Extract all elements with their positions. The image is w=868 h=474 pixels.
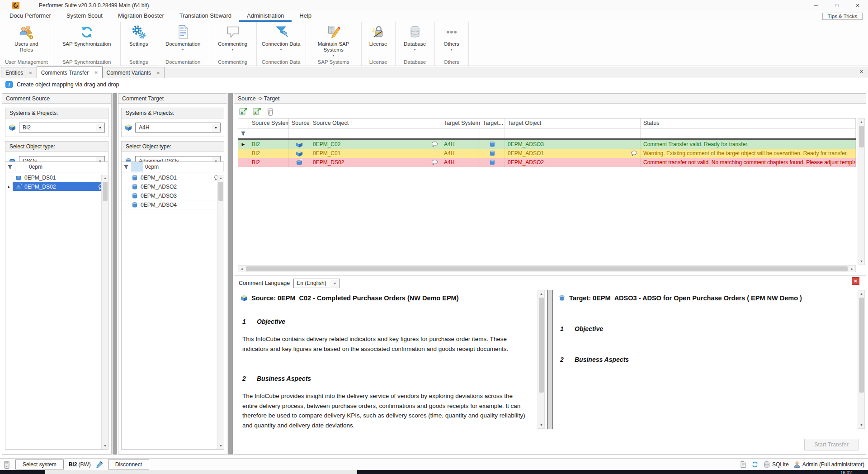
filter-cell[interactable] (441, 128, 480, 138)
splitter[interactable] (547, 290, 553, 429)
expander-icon (122, 191, 129, 200)
tab-close-icon[interactable]: ✕ (156, 71, 160, 76)
ribbon-button-license[interactable]: License (367, 24, 390, 47)
tree-item-0epm-ds01[interactable]: 0EPM_DS01 (5, 173, 108, 182)
ribbon-button-users-and-roles[interactable]: Users and Roles (12, 24, 41, 53)
scrollbar-thumb[interactable] (859, 298, 864, 393)
mapping-row-0epm-ds02[interactable]: BI20EPM_DS02A4H0EPM_ADSO2Comment transfe… (238, 158, 856, 167)
tabbar-close-icon[interactable]: ✕ (859, 69, 863, 75)
target-comment-document[interactable]: Target: 0EPM_ADSO3 - ADSO for Open Purch… (556, 290, 860, 429)
filter-input[interactable]: 0epm (143, 162, 224, 172)
menu-translation-steward[interactable]: Translation Steward (172, 11, 239, 22)
tab-close-icon[interactable]: ✕ (28, 71, 32, 76)
export-excel-icon[interactable]: X (252, 107, 261, 116)
tab-entities[interactable]: Entities✕ (1, 67, 37, 78)
connection-icon (274, 24, 289, 40)
scroll-down-icon[interactable]: ▼ (538, 422, 545, 428)
doc-section-business-aspects: 2Business Aspects (560, 356, 851, 363)
tree-item-0epm-adso2[interactable]: 0EPM_ADSO2 (122, 182, 224, 191)
scroll-down-icon[interactable]: ▼ (217, 442, 224, 449)
ribbon-button-connection-data[interactable]: Connection Data▾ (262, 24, 301, 51)
disconnect-button[interactable]: Disconnect (108, 460, 149, 469)
ribbon-button-others[interactable]: Others▾ (440, 24, 463, 51)
start-transfer-button[interactable]: Start Transfer (804, 439, 859, 450)
mapping-row-0epm-c01[interactable]: BI20EPM_C01A4H0EPM_ADSO1Warning. Existin… (238, 149, 856, 158)
column-header-source-object[interactable]: Source Object (310, 118, 441, 128)
scrollbar-thumb[interactable] (859, 126, 864, 147)
ribbon-button-database[interactable]: Database▾ (401, 24, 429, 51)
column-header-target-system[interactable]: Target System (441, 118, 480, 128)
edit-connection-icon[interactable] (96, 461, 103, 468)
scrollbar-thumb[interactable] (539, 298, 544, 393)
target-system-combo[interactable]: A4H ▼ (135, 123, 221, 133)
close-button[interactable]: ✕ (847, 0, 868, 11)
source-comment-document[interactable]: Source: 0EPM_C02 - Completed Purchase Or… (238, 290, 538, 429)
ribbon-button-settings[interactable]: Settings (126, 24, 152, 47)
scroll-up-icon[interactable]: ▲ (217, 175, 224, 181)
ribbon-button-sap-synchronization[interactable]: SAP Synchronization (58, 24, 115, 47)
ribbon-button-maintain-sap-systems[interactable]: Maintain SAP Systems▾ (311, 24, 356, 57)
scroll-left-icon[interactable]: ◄ (238, 265, 245, 272)
scroll-down-icon[interactable]: ▼ (858, 422, 865, 428)
target-doc-scrollbar[interactable]: ▲ ▼ (858, 290, 865, 429)
maximize-button[interactable]: □ (826, 0, 847, 11)
menu-migration-booster[interactable]: Migration Booster (110, 11, 172, 22)
scroll-right-icon[interactable]: ► (849, 265, 855, 272)
column-header-source[interactable]: Source... (289, 118, 310, 128)
filter-cell[interactable] (641, 128, 856, 138)
table-vertical-scrollbar[interactable]: ▲ ▼ (858, 118, 865, 265)
filter-cell[interactable] (480, 128, 505, 138)
tree-item-0epm-adso1[interactable]: 0EPM_ADSO1 (122, 173, 224, 182)
scrollbar-thumb[interactable] (103, 182, 108, 201)
mapping-row-0epm-c02[interactable]: ▶BI20EPM_C02A4H0EPM_ADSO3Comment Transfe… (238, 140, 856, 149)
ribbon-button-commenting[interactable]: Commenting▾ (214, 24, 251, 51)
scroll-up-icon[interactable]: ▲ (102, 175, 108, 181)
report-icon[interactable] (740, 461, 747, 468)
filter-cell[interactable] (505, 128, 641, 138)
scroll-up-icon[interactable]: ▲ (858, 290, 865, 297)
menu-help[interactable]: Help (292, 11, 319, 22)
expander-icon[interactable]: ▸ (5, 182, 13, 191)
column-header-target-object[interactable]: Target Object (505, 118, 641, 128)
ribbon-button-documentation[interactable]: Documentation▾ (162, 24, 204, 51)
tree-item-0epm-ds02[interactable]: ▸0EPM_DS02 (5, 182, 108, 191)
menu-administration[interactable]: Administration (239, 11, 292, 22)
filter-cell[interactable] (310, 128, 441, 138)
refresh-icon[interactable] (751, 461, 759, 468)
tree-scrollbar[interactable]: ▲▼ (217, 175, 224, 449)
minimize-button[interactable]: ─ (806, 0, 826, 11)
comment-language-combo[interactable]: En (English) ▼ (293, 279, 340, 288)
export-excel-icon[interactable]: X (239, 107, 248, 116)
column-header-source-system[interactable]: Source System (249, 118, 289, 128)
scroll-up-icon[interactable]: ▲ (538, 290, 545, 297)
delete-mapping-icon[interactable] (266, 107, 275, 116)
splitter[interactable] (113, 93, 117, 455)
filter-cell[interactable] (289, 128, 310, 138)
menu-system-scout[interactable]: System Scout (59, 11, 110, 22)
menu-docu-performer[interactable]: Docu Performer (2, 11, 59, 22)
tab-comment-variants[interactable]: Comment Variants✕ (102, 67, 165, 78)
scroll-down-icon[interactable]: ▼ (858, 258, 865, 265)
taskbar-app-segment[interactable] (45, 470, 357, 474)
tree-scrollbar[interactable]: ▲▼ (101, 175, 108, 449)
table-horizontal-scrollbar[interactable]: ◄ ► (238, 265, 856, 272)
source-doc-scrollbar[interactable]: ▲ ▼ (538, 290, 545, 429)
scroll-down-icon[interactable]: ▼ (102, 442, 108, 449)
tree-item-0epm-adso4[interactable]: 0EPM_ADSO4 (122, 200, 224, 209)
scroll-up-icon[interactable]: ▲ (858, 118, 865, 125)
tree-item-0epm-adso3[interactable]: 0EPM_ADSO3 (122, 191, 224, 200)
column-header-status[interactable]: Status (641, 118, 856, 128)
splitter[interactable] (228, 93, 233, 455)
select-system-button[interactable]: Select system (15, 460, 64, 469)
close-comment-view-button[interactable]: ✕ (852, 277, 859, 285)
source-system-combo[interactable]: BI2 ▼ (19, 123, 105, 133)
tab-comments-transfer[interactable]: Comments Transfer✕ (37, 66, 103, 78)
column-header-target[interactable]: Target... (480, 118, 505, 128)
scrollbar-thumb[interactable] (218, 182, 223, 201)
scrollbar-thumb[interactable] (246, 266, 848, 271)
filter-cell[interactable] (249, 128, 289, 138)
source-objtype-label: Select Object type: (5, 142, 108, 152)
tab-close-icon[interactable]: ✕ (94, 70, 98, 75)
filter-input[interactable]: 0epm (27, 162, 108, 172)
tips-and-tricks-button[interactable]: Tips & Tricks (822, 13, 863, 20)
